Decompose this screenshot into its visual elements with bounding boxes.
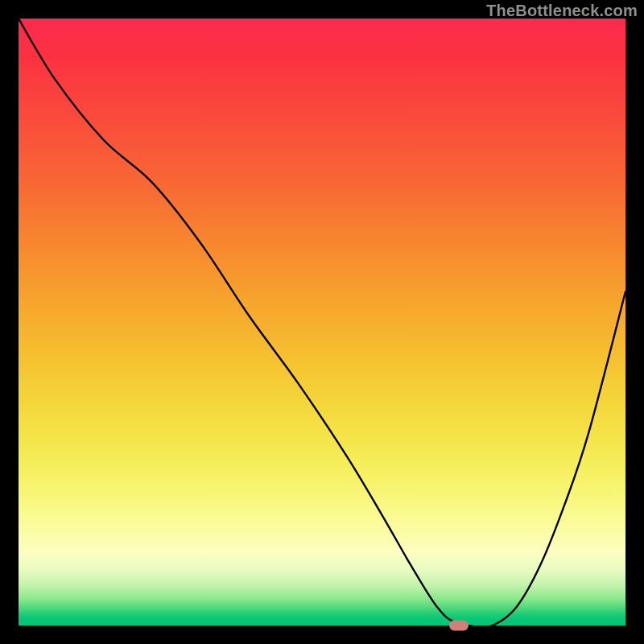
curve-path xyxy=(19,19,625,625)
plot-area xyxy=(19,19,625,625)
bottleneck-curve xyxy=(19,19,625,625)
chart-frame: TheBottleneck.com xyxy=(0,0,644,644)
watermark-text: TheBottleneck.com xyxy=(486,2,638,20)
optimum-marker xyxy=(449,621,469,631)
